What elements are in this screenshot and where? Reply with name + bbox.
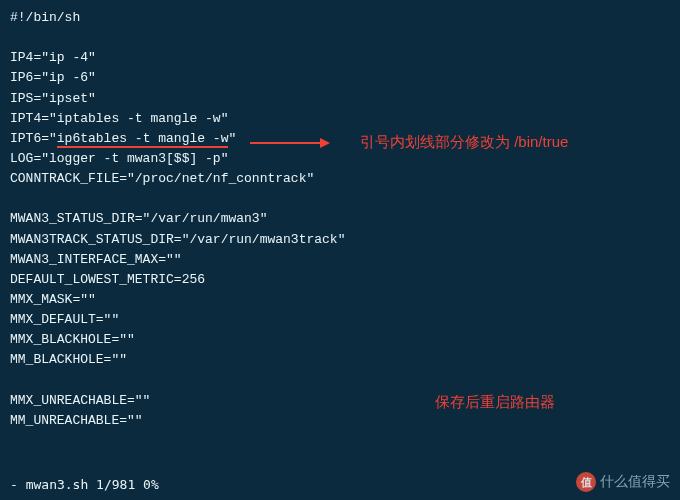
code-line: MWAN3_STATUS_DIR="/var/run/mwan3"	[10, 209, 670, 229]
code-line: #!/bin/sh	[10, 8, 670, 28]
code-line: IPT4="iptables -t mangle -w"	[10, 109, 670, 129]
code-line: MMX_BLACKHOLE=""	[10, 330, 670, 350]
code-line	[10, 189, 670, 209]
code-line: IPS="ipset"	[10, 89, 670, 109]
code-line	[10, 371, 670, 391]
highlighted-segment: ip6tables -t mangle -w	[57, 131, 229, 148]
watermark-text: 什么值得买	[600, 473, 670, 491]
code-line: MM_UNREACHABLE=""	[10, 411, 670, 431]
code-line: MMX_MASK=""	[10, 290, 670, 310]
code-line: MMX_UNREACHABLE=""	[10, 391, 670, 411]
watermark: 值 什么值得买	[576, 472, 670, 492]
code-line: MWAN3_INTERFACE_MAX=""	[10, 250, 670, 270]
code-line: DEFAULT_LOWEST_METRIC=256	[10, 270, 670, 290]
code-line: MMX_DEFAULT=""	[10, 310, 670, 330]
editor-status-line: - mwan3.sh 1/981 0%	[10, 477, 159, 492]
code-line: LOG="logger -t mwan3[$$] -p"	[10, 149, 670, 169]
code-line: MM_BLACKHOLE=""	[10, 350, 670, 370]
code-line: MWAN3TRACK_STATUS_DIR="/var/run/mwan3tra…	[10, 230, 670, 250]
code-line: IP6="ip -6"	[10, 68, 670, 88]
annotation-text-2: 保存后重启路由器	[435, 393, 555, 412]
code-editor[interactable]: #!/bin/sh IP4="ip -4"IP6="ip -6"IPS="ips…	[0, 0, 680, 500]
code-line: IPT6="ip6tables -t mangle -w"	[10, 129, 670, 149]
code-line: CONNTRACK_FILE="/proc/net/nf_conntrack"	[10, 169, 670, 189]
watermark-badge-icon: 值	[576, 472, 596, 492]
code-line: IP4="ip -4"	[10, 48, 670, 68]
code-line	[10, 28, 670, 48]
annotation-text-1: 引号内划线部分修改为 /bin/true	[360, 133, 568, 152]
